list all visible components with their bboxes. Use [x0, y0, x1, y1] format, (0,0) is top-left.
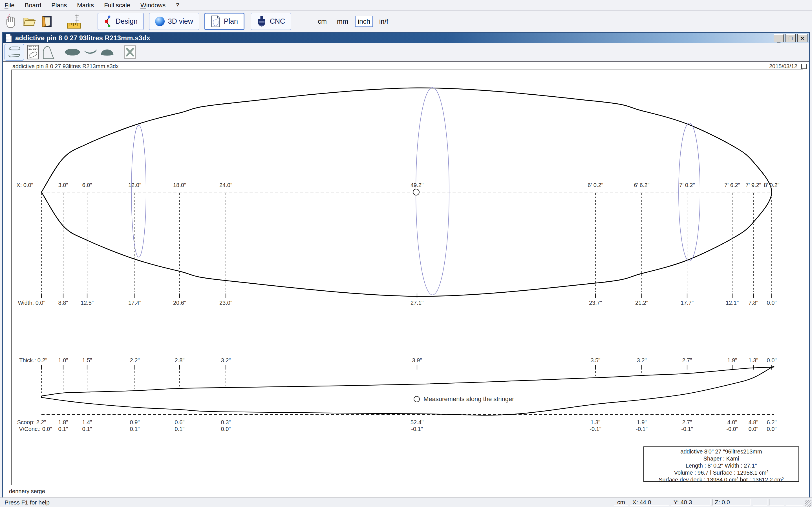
close-button[interactable]: ×	[797, 34, 808, 42]
view-plan-shape-button[interactable]	[64, 44, 81, 60]
sphere-icon	[155, 17, 165, 26]
window-title: addictive pin 8 0 27 93litres R213mm.s3d…	[15, 34, 150, 42]
board-window: addictive pin 8 0 27 93litres R213mm.s3d…	[2, 32, 810, 498]
view-measurements-button[interactable]	[27, 44, 40, 60]
3d-view-button[interactable]: 3D view	[149, 13, 199, 30]
info-line-surface: Surface dev deck : 13984.0 cm² bot : 136…	[644, 476, 799, 483]
unit-inch[interactable]: inch	[355, 16, 373, 27]
3d-view-button-label: 3D view	[168, 17, 193, 25]
info-line-shaper: Shaper : Kami	[644, 455, 799, 462]
menu-bar: File Board Plans Marks Full scale Window…	[0, 0, 812, 11]
minimize-icon: _	[777, 37, 780, 43]
open-folder-icon[interactable]	[22, 13, 37, 30]
window-controls: _ □ ×	[774, 34, 808, 42]
unit-inf[interactable]: in/f	[377, 16, 391, 26]
sheet-title: addictive pin 8 0 27 93litres R213mm.s3d…	[12, 63, 119, 69]
info-line-model: addictive 8'0" 27 "96litres213mm	[644, 448, 799, 455]
window-titlebar[interactable]: addictive pin 8 0 27 93litres R213mm.s3d…	[3, 33, 809, 43]
unit-cm[interactable]: cm	[315, 16, 329, 26]
cnc-button[interactable]: CNC	[251, 13, 291, 30]
status-x-coordinate: X: 44.0	[630, 499, 669, 506]
author-name: dennery serge	[9, 488, 45, 495]
sheet-date: 2015/03/12	[769, 63, 797, 69]
rocker-shape-icon	[83, 47, 98, 57]
resize-grip[interactable]	[805, 500, 811, 507]
maximize-button[interactable]: □	[785, 34, 796, 42]
stringer-note: Measurements along the stringer	[423, 395, 514, 403]
plan-shape-icon	[64, 47, 81, 57]
view-foil-shape-button[interactable]	[100, 44, 114, 60]
date-checkbox[interactable]	[801, 64, 807, 69]
status-unit: cm	[614, 499, 628, 506]
view-rocker-curve-button[interactable]	[42, 44, 56, 60]
menu-board[interactable]: Board	[24, 2, 41, 9]
maximize-icon: □	[789, 35, 793, 41]
menu-help[interactable]: ?	[175, 2, 179, 9]
cnc-head-icon	[257, 15, 266, 27]
menu-marks[interactable]: Marks	[77, 2, 94, 9]
view-rocker-shape-button[interactable]	[83, 44, 98, 60]
menu-windows[interactable]: Windows	[140, 2, 165, 9]
app-root: File Board Plans Marks Full scale Window…	[0, 0, 812, 507]
status-bar: Press F1 for help cm X: 44.0 Y: 40.3 Z: …	[0, 497, 812, 507]
plan-button[interactable]: Plan	[204, 13, 245, 30]
board-info-box: addictive 8'0" 27 "96litres213mm Shaper …	[644, 446, 799, 482]
menu-full-scale[interactable]: Full scale	[104, 2, 130, 9]
cnc-button-label: CNC	[270, 17, 285, 25]
design-button[interactable]: Design	[98, 13, 144, 30]
design-button-label: Design	[116, 17, 138, 25]
document-area	[3, 62, 809, 497]
view-toolbar	[3, 43, 809, 62]
info-line-volume: Volume : 96.7 l Surface : 12958.1 cm²	[644, 469, 799, 476]
main-toolbar: Design 3D view Plan CNC cm mm inch in/	[0, 11, 812, 32]
status-help-text: Press F1 for help	[4, 498, 50, 507]
menu-file[interactable]: File	[4, 2, 14, 9]
ruler-icon[interactable]	[66, 13, 81, 30]
rocker-curve-icon	[42, 45, 56, 59]
foil-shape-icon	[100, 47, 114, 57]
outline-profile-icon	[7, 45, 22, 59]
status-cell-empty	[786, 499, 803, 506]
save-book-icon[interactable]	[40, 13, 54, 30]
hand-tool-icon[interactable]	[3, 13, 18, 30]
view-outline-profile-button[interactable]	[4, 44, 24, 61]
minimize-button[interactable]: _	[774, 34, 784, 42]
document-footer: dennery serge	[4, 487, 808, 496]
excel-export-icon	[123, 45, 137, 59]
plan-sheet-icon	[211, 15, 220, 27]
menu-plans[interactable]: Plans	[51, 2, 67, 9]
unit-mm[interactable]: mm	[335, 16, 350, 26]
close-icon: ×	[801, 35, 804, 41]
design-nodes-icon	[104, 15, 112, 28]
status-y-coordinate: Y: 40.3	[671, 499, 711, 506]
plan-button-label: Plan	[224, 17, 238, 25]
status-cell-empty	[769, 499, 784, 506]
measurement-sheet-icon	[27, 45, 40, 60]
document-icon	[5, 34, 12, 42]
status-z-coordinate: Z: 0.0	[712, 499, 751, 506]
export-excel-button[interactable]	[123, 44, 137, 60]
info-line-dims: Length : 8' 0.2" Width : 27.1"	[644, 462, 799, 469]
status-cell-empty	[753, 499, 767, 506]
